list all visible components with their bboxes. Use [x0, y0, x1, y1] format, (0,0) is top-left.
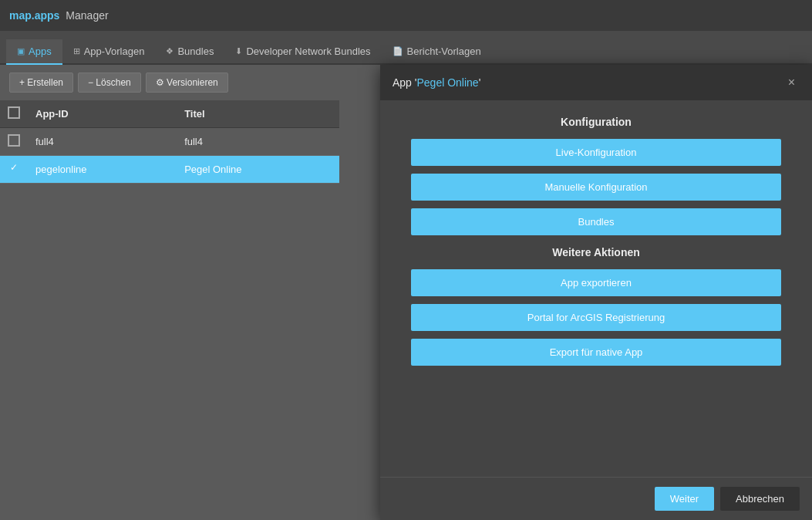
apps-tab-icon: ▣	[17, 46, 25, 56]
portal-arcgis-label: Portal for ArcGIS Registrierung	[527, 312, 665, 323]
tab-app-vorlagen[interactable]: ⊞ App-Vorlagen	[62, 39, 156, 65]
section-weitere-aktionen-title: Weitere Aktionen	[411, 246, 781, 258]
app-exportieren-button[interactable]: App exportieren	[411, 269, 781, 296]
manager-title: Manager	[66, 9, 108, 22]
modal-header: App 'Pegel Online' ×	[380, 65, 812, 100]
tab-bericht-vorlagen[interactable]: 📄 Bericht-Vorlagen	[382, 39, 492, 65]
dev-bundles-tab-icon: ⬇	[235, 46, 242, 56]
close-icon: ×	[788, 76, 795, 89]
brand-name: map.apps	[9, 9, 59, 22]
tab-bundles-label: Bundles	[177, 46, 214, 57]
portal-arcgis-button[interactable]: Portal for ArcGIS Registrierung	[411, 304, 781, 331]
modal-footer: Weiter Abbrechen	[380, 477, 812, 520]
bundles-tab-icon: ❖	[166, 46, 174, 56]
bundles-label: Bundles	[578, 216, 615, 228]
live-konfiguration-label: Live-Konfiguration	[556, 147, 637, 158]
modal-dialog: App 'Pegel Online' × Konfiguration Live-…	[380, 65, 812, 520]
app-exportieren-label: App exportieren	[561, 277, 632, 289]
modal-body: Konfiguration Live-Konfiguration Manuell…	[380, 100, 812, 477]
manuelle-konfiguration-button[interactable]: Manuelle Konfiguration	[411, 174, 781, 201]
top-bar: map.apps Manager	[0, 0, 812, 31]
weiter-button[interactable]: Weiter	[655, 487, 714, 511]
modal-overlay: App 'Pegel Online' × Konfiguration Live-…	[0, 65, 812, 520]
nav-tabs: ▣ Apps ⊞ App-Vorlagen ❖ Bundles ⬇ Develo…	[0, 31, 812, 65]
modal-title-suffix: '	[479, 76, 481, 89]
export-native-label: Export für native App	[550, 346, 643, 358]
tab-developer-network-bundles[interactable]: ⬇ Developer Network Bundles	[224, 39, 381, 65]
modal-title: App 'Pegel Online'	[393, 76, 480, 89]
export-native-button[interactable]: Export für native App	[411, 339, 781, 366]
live-konfiguration-button[interactable]: Live-Konfiguration	[411, 139, 781, 166]
tab-app-vorlagen-label: App-Vorlagen	[84, 46, 145, 57]
main-content: + Erstellen − Löschen ⚙ Versionieren App…	[0, 65, 812, 520]
bericht-tab-icon: 📄	[393, 46, 403, 56]
modal-title-prefix: App '	[393, 76, 416, 89]
abbrechen-label: Abbrechen	[736, 493, 784, 505]
tab-apps[interactable]: ▣ Apps	[6, 39, 62, 65]
tab-dev-bundles-label: Developer Network Bundles	[246, 46, 370, 57]
modal-title-app: Pegel Online	[416, 76, 478, 89]
bundles-button[interactable]: Bundles	[411, 208, 781, 235]
section-konfiguration-title: Konfiguration	[411, 116, 781, 128]
weiter-label: Weiter	[670, 493, 699, 505]
modal-close-button[interactable]: ×	[783, 74, 800, 91]
tab-apps-label: Apps	[29, 46, 52, 57]
tab-bericht-vorlagen-label: Bericht-Vorlagen	[407, 46, 481, 57]
manuelle-konfiguration-label: Manuelle Konfiguration	[545, 181, 648, 193]
app-vorlagen-tab-icon: ⊞	[73, 46, 80, 56]
abbrechen-button[interactable]: Abbrechen	[720, 487, 800, 511]
tab-bundles[interactable]: ❖ Bundles	[155, 39, 224, 65]
